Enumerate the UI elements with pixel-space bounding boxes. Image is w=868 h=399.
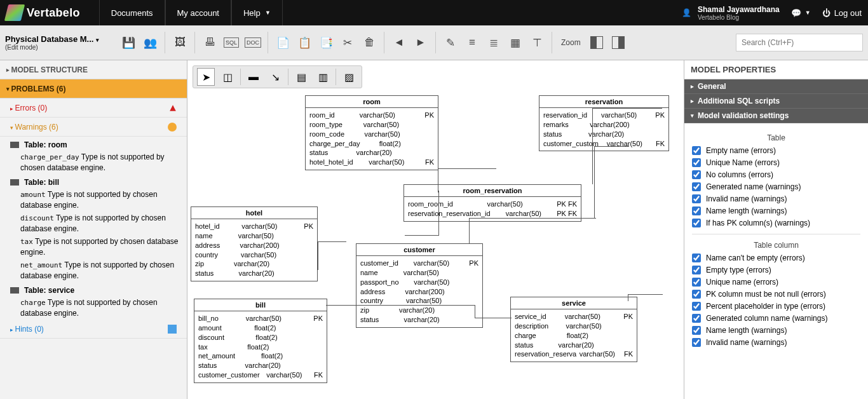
- entity-column[interactable]: room_room_idvarchar(50)PK FK: [408, 200, 577, 209]
- entity-column[interactable]: statusvarchar(20): [515, 341, 633, 350]
- issue-line[interactable]: net_amount Type is not supported by chos…: [0, 259, 187, 282]
- validation-check[interactable]: Invalid name (warnings): [692, 194, 860, 203]
- entity-hotel[interactable]: hotelhotel_idvarchar(50)PKnamevarchar(50…: [191, 206, 318, 281]
- validation-check[interactable]: Name length (warnings): [692, 206, 860, 215]
- entity-column[interactable]: taxfloat(2): [198, 342, 323, 352]
- delete-icon[interactable]: 🗑: [360, 33, 379, 52]
- nav-help[interactable]: Help ▼: [231, 0, 283, 25]
- align-center-icon[interactable]: ≣: [484, 33, 503, 52]
- issue-group[interactable]: Table: service: [0, 282, 187, 296]
- model-label[interactable]: Physical Database M... ▾ (Edit mode): [5, 34, 116, 51]
- validation-check[interactable]: Invalid name (warnings): [692, 338, 860, 347]
- canvas[interactable]: ➤ ◫ ▬ ↘ ▤ ▥ ▨ roomroom_idvarchar(50)PKro…: [187, 60, 684, 399]
- entity-column[interactable]: countryvarchar(50): [195, 250, 313, 260]
- entity-column[interactable]: room_typevarchar(50): [309, 120, 434, 130]
- row-hints[interactable]: ▸ Hints (0): [0, 320, 187, 339]
- distribute-icon[interactable]: ▦: [506, 33, 525, 52]
- checkbox[interactable]: [692, 338, 701, 347]
- checkbox[interactable]: [692, 158, 701, 167]
- nav-my-account[interactable]: My account: [165, 0, 231, 25]
- checkbox[interactable]: [692, 302, 701, 311]
- entity-column[interactable]: bill_novarchar(50)PK: [198, 314, 323, 323]
- issue-line[interactable]: amount Type is not supported by chosen d…: [0, 188, 187, 212]
- user-block[interactable]: 👤 Shamal Jayawardhana Vertabelo Blog: [682, 5, 780, 21]
- checkbox[interactable]: [692, 278, 701, 287]
- copy-icon[interactable]: 📄: [273, 33, 292, 52]
- checkbox[interactable]: [692, 146, 701, 155]
- entity-column[interactable]: hotel_hotel_idvarchar(50)FK: [309, 158, 434, 167]
- logout-button[interactable]: ⏻ Log out: [822, 8, 862, 18]
- checkbox[interactable]: [692, 182, 701, 191]
- issue-group[interactable]: Table: bill: [0, 174, 187, 188]
- undo-icon[interactable]: ◄: [390, 33, 409, 52]
- entity-column[interactable]: reservation_idvarchar(50)PK: [543, 111, 665, 120]
- logo[interactable]: Vertabelo: [6, 4, 80, 21]
- validation-check[interactable]: Generated column name (warnings): [692, 314, 860, 323]
- pointer-tool-icon[interactable]: ➤: [197, 68, 215, 86]
- checkbox[interactable]: [692, 170, 701, 179]
- note-tool-icon[interactable]: ▥: [314, 68, 332, 86]
- checkbox[interactable]: [692, 326, 701, 335]
- checkbox[interactable]: [692, 254, 701, 262]
- entity-column[interactable]: hotel_idvarchar(50)PK: [195, 222, 313, 231]
- entity-customer[interactable]: customercustomer_idvarchar(50)PKnamevarc…: [356, 243, 483, 328]
- checkbox[interactable]: [692, 194, 701, 203]
- section-model-structure[interactable]: ▸ MODEL STRUCTURE: [0, 60, 187, 79]
- table-tool-icon[interactable]: ▬: [245, 68, 262, 86]
- entity-reservation[interactable]: reservationreservation_idvarchar(50)PKre…: [539, 95, 669, 151]
- doc-export-icon[interactable]: DOC: [243, 33, 262, 52]
- entity-column[interactable]: reservation_reservation_idvarchar(50)PK …: [408, 209, 577, 219]
- entity-column[interactable]: statusvarchar(20): [309, 148, 434, 158]
- entity-column[interactable]: countryvarchar(50): [360, 296, 478, 306]
- redo-icon[interactable]: ►: [411, 33, 430, 52]
- validation-check[interactable]: Name length (warnings): [692, 326, 860, 335]
- issue-line[interactable]: charge_per_day Type is not supported by …: [0, 151, 187, 174]
- entity-column[interactable]: customer_idvarchar(50)PK: [360, 259, 478, 268]
- entity-column[interactable]: passport_novarchar(50): [360, 278, 478, 287]
- checkbox[interactable]: [692, 290, 701, 299]
- entity-column[interactable]: discountfloat(2): [198, 333, 323, 342]
- validation-check[interactable]: If has PK column(s) (warnings): [692, 219, 860, 227]
- entity-column[interactable]: charge_per_dayfloat(2): [309, 139, 434, 149]
- entity-service[interactable]: serviceservice_idvarchar(50)PKdescriptio…: [510, 297, 637, 362]
- validation-check[interactable]: Unique name (errors): [692, 278, 860, 287]
- align-left-icon[interactable]: ≡: [463, 33, 482, 52]
- acc-general[interactable]: ▸General: [684, 79, 868, 94]
- marquee-tool-icon[interactable]: ◫: [219, 68, 236, 86]
- issue-line[interactable]: charge Type is not supported by chosen d…: [0, 296, 187, 320]
- entity-column[interactable]: descriptionvarchar(50): [515, 321, 633, 331]
- entity-column[interactable]: statusvarchar(20): [195, 269, 313, 278]
- search-input[interactable]: [736, 34, 863, 51]
- entity-room-reservation[interactable]: room_reservationroom_room_idvarchar(50)P…: [403, 184, 581, 222]
- entity-column[interactable]: zipvarchar(20): [195, 259, 313, 269]
- cut-icon[interactable]: ✂: [338, 33, 357, 52]
- zoom-panel2-icon[interactable]: [609, 33, 628, 52]
- acc-scripts[interactable]: ▸Additional SQL scripts: [684, 94, 868, 109]
- entity-column[interactable]: net_amountfloat(2): [198, 351, 323, 361]
- entity-room[interactable]: roomroom_idvarchar(50)PKroom_typevarchar…: [305, 95, 438, 170]
- section-problems[interactable]: ▾ PROBLEMS (6): [0, 79, 187, 98]
- entity-column[interactable]: customer_customvarchar(50)FK: [543, 139, 665, 149]
- checkbox[interactable]: [692, 219, 701, 227]
- image-export-icon[interactable]: 🖼: [170, 33, 189, 52]
- validation-check[interactable]: Generated name (warnings): [692, 182, 860, 191]
- issue-line[interactable]: discount Type is not supported by chosen…: [0, 212, 187, 235]
- validation-check[interactable]: Empty name (errors): [692, 146, 860, 155]
- validation-check[interactable]: Unique Name (errors): [692, 158, 860, 167]
- share-icon[interactable]: 👥: [140, 33, 159, 52]
- save-icon[interactable]: 💾: [119, 33, 138, 52]
- issue-line[interactable]: tax Type is not supported by chosen data…: [0, 235, 187, 259]
- entity-column[interactable]: room_idvarchar(50)PK: [309, 111, 434, 120]
- entity-column[interactable]: namevarchar(50): [195, 231, 313, 241]
- print-icon[interactable]: 🖶: [200, 33, 219, 52]
- align-top-icon[interactable]: ⊤: [527, 33, 546, 52]
- reference-tool-icon[interactable]: ↘: [266, 68, 284, 86]
- row-errors[interactable]: ▸ Errors (0): [0, 98, 187, 118]
- entity-column[interactable]: service_idvarchar(50)PK: [515, 312, 633, 321]
- checkbox[interactable]: [692, 206, 701, 215]
- entity-column[interactable]: amountfloat(2): [198, 323, 323, 333]
- area-tool-icon[interactable]: ▨: [340, 68, 358, 86]
- entity-column[interactable]: remarksvarchar(200): [543, 120, 665, 130]
- chat-icon[interactable]: 💬 ▼: [791, 8, 811, 18]
- view-tool-icon[interactable]: ▤: [292, 68, 310, 86]
